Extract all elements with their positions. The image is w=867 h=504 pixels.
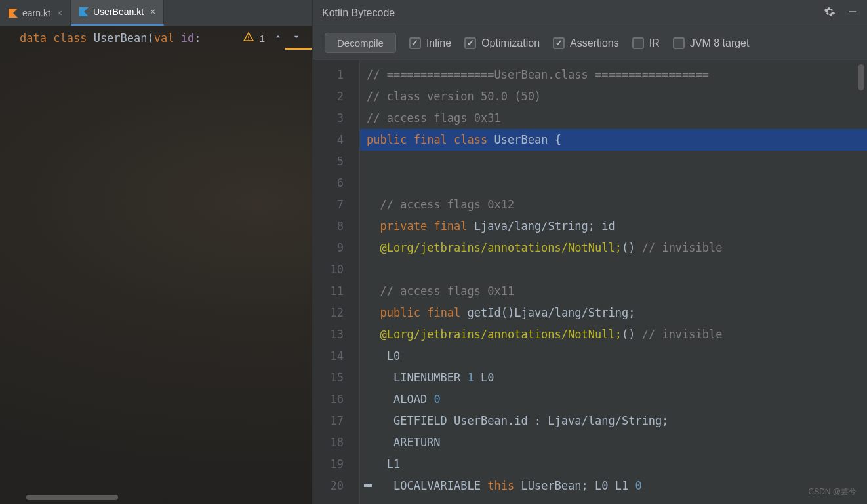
watermark: CSDN @芸兮 — [808, 486, 857, 497]
bytecode-toolbar: Decompile InlineOptimizationAssertionsIR… — [313, 26, 867, 60]
line-number: 16 — [313, 389, 359, 410]
line-number: 20 — [313, 475, 359, 497]
warning-count: 1 — [260, 33, 265, 44]
svg-rect-0 — [849, 11, 857, 12]
line-number: 5 — [313, 151, 359, 172]
code-line[interactable]: // access flags 0x31 — [360, 107, 867, 129]
vertical-scrollbar[interactable] — [858, 64, 864, 90]
code-line[interactable]: L0 — [360, 345, 867, 367]
option-label: JVM 8 target — [690, 37, 750, 49]
line-number: 1 — [313, 64, 359, 86]
editor-body[interactable] — [0, 50, 312, 504]
code-line[interactable]: GETFIELD UserBean.id : Ljava/lang/String… — [360, 410, 867, 432]
warning-icon[interactable] — [243, 31, 254, 45]
minimize-icon[interactable] — [847, 7, 858, 20]
line-number: 9 — [313, 237, 359, 259]
tool-window-header: Kotlin Bytecode — [313, 0, 867, 26]
option-jvm-8-target[interactable]: JVM 8 target — [673, 37, 750, 49]
line-number: 4 — [313, 129, 359, 151]
line-number: 8 — [313, 216, 359, 237]
line-number: 14 — [313, 345, 359, 367]
line-gutter: 1234567891011121314151617181920 — [313, 60, 360, 504]
editor-tabs: earn.kt×UserBean.kt× — [0, 0, 312, 26]
option-label: Optimization — [481, 37, 540, 49]
code-line[interactable]: public final getId()Ljava/lang/String; — [360, 302, 867, 324]
kw-class: class — [53, 31, 87, 45]
tab-label: UserBean.kt — [93, 7, 144, 17]
tool-window-title: Kotlin Bytecode — [322, 7, 395, 19]
decompile-button[interactable]: Decompile — [325, 33, 396, 53]
line-number: 18 — [313, 432, 359, 454]
kotlin-file-icon — [8, 8, 18, 18]
code-line[interactable]: public final class UserBean { — [360, 129, 867, 151]
code-line[interactable]: L1 — [360, 454, 867, 475]
code-line[interactable]: ARETURN — [360, 432, 867, 454]
colon: : — [194, 31, 201, 45]
code-line[interactable]: // access flags 0x11 — [360, 281, 867, 302]
kotlin-file-icon — [79, 7, 89, 17]
code-line[interactable]: LOCALVARIABLE this LUserBean; L0 L1 0 — [360, 475, 867, 497]
code-line[interactable]: LINENUMBER 1 L0 — [360, 367, 867, 389]
line-number: 17 — [313, 410, 359, 432]
line-number: 2 — [313, 86, 359, 107]
editor-status-bar: 1 — [243, 30, 304, 46]
code-line[interactable]: // ================UserBean.class ======… — [360, 64, 867, 86]
code-line[interactable]: ALOAD 0 — [360, 389, 867, 410]
code-line[interactable]: // access flags 0x12 — [360, 194, 867, 216]
gutter-mark — [364, 484, 372, 487]
close-icon[interactable]: × — [57, 8, 62, 18]
line-number: 13 — [313, 324, 359, 345]
field-id: id — [181, 31, 194, 45]
code-line[interactable]: private final Ljava/lang/String; id — [360, 216, 867, 237]
line-number: 11 — [313, 281, 359, 302]
code-line[interactable]: // class version 50.0 (50) — [360, 86, 867, 107]
nav-down-icon[interactable] — [289, 30, 304, 46]
kw-val: val — [154, 31, 174, 45]
option-ir[interactable]: IR — [632, 37, 660, 49]
line-number: 19 — [313, 454, 359, 475]
line-number: 7 — [313, 194, 359, 216]
option-inline[interactable]: Inline — [409, 37, 451, 49]
class-name: UserBean — [94, 31, 148, 45]
option-label: Assertions — [570, 37, 619, 49]
line-number: 6 — [313, 172, 359, 194]
code-line[interactable] — [360, 172, 867, 194]
kw-data: data — [20, 31, 47, 45]
option-assertions[interactable]: Assertions — [553, 37, 619, 49]
code-line[interactable]: @Lorg/jetbrains/annotations/NotNull;() /… — [360, 237, 867, 259]
bytecode-tool-window: Kotlin Bytecode Decompile InlineOptimiza… — [312, 0, 867, 504]
code-line[interactable] — [360, 259, 867, 281]
file-tab[interactable]: UserBean.kt× — [71, 0, 164, 26]
editor-first-line[interactable]: data class UserBean ( val id : 1 — [0, 26, 312, 50]
checkbox[interactable] — [632, 37, 644, 49]
option-label: IR — [649, 37, 660, 49]
code-line[interactable] — [360, 151, 867, 172]
checkbox[interactable] — [673, 37, 685, 49]
option-optimization[interactable]: Optimization — [464, 37, 540, 49]
checkbox[interactable] — [464, 37, 476, 49]
line-number: 12 — [313, 302, 359, 324]
gear-icon[interactable] — [824, 6, 836, 20]
checkbox[interactable] — [553, 37, 565, 49]
editor-pane: earn.kt×UserBean.kt× data class UserBean… — [0, 0, 312, 504]
nav-arrows — [270, 30, 304, 46]
code-lines: // ================UserBean.class ======… — [360, 60, 867, 504]
tab-label: earn.kt — [22, 8, 50, 18]
horizontal-scrollbar[interactable] — [26, 495, 118, 500]
code-line[interactable]: @Lorg/jetbrains/annotations/NotNull;() /… — [360, 324, 867, 345]
bytecode-view[interactable]: 1234567891011121314151617181920 // =====… — [313, 60, 867, 504]
file-tab[interactable]: earn.kt× — [0, 0, 71, 26]
nav-up-icon[interactable] — [270, 30, 286, 46]
option-label: Inline — [426, 37, 451, 49]
line-number: 3 — [313, 107, 359, 129]
lparen: ( — [148, 31, 154, 45]
line-number: 10 — [313, 259, 359, 281]
line-number: 15 — [313, 367, 359, 389]
checkbox[interactable] — [409, 37, 421, 49]
close-icon[interactable]: × — [150, 7, 155, 17]
